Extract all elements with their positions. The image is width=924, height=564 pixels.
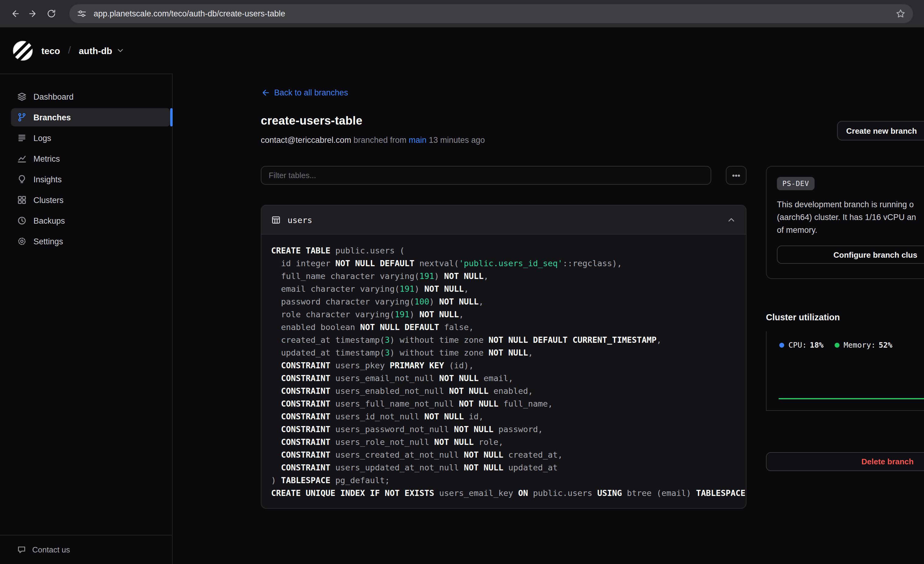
sql-line: CONSTRAINT users_updated_at_not_null NOT… [271,461,736,474]
table-card-header[interactable]: users [261,206,746,235]
breadcrumb-separator: / [68,44,71,57]
sql-line: CONSTRAINT users_role_not_null NOT NULL … [271,436,736,448]
insights-icon [17,174,27,184]
browser-back-button[interactable] [6,5,23,22]
sidebar: DashboardBranchesLogsMetricsInsightsClus… [0,74,172,564]
contact-us-label: Contact us [32,545,70,554]
arrow-right-icon [28,9,38,19]
app-header: teco / auth-db [0,27,924,74]
dashboard-icon [17,92,27,102]
sql-line: enabled boolean NOT NULL DEFAULT false, [271,321,736,334]
more-options-button[interactable] [726,166,747,185]
sidebar-item-settings[interactable]: Settings [11,232,170,250]
sidebar-item-logs[interactable]: Logs [11,129,170,147]
settings-icon [17,236,27,246]
sql-line: full_name character varying(191) NOT NUL… [271,270,736,283]
database-switcher[interactable]: auth-db [79,45,124,56]
sidebar-item-label: Insights [33,175,62,184]
memory-label: Memory: [843,340,875,350]
cluster-info-card: PS-DEV This development branch is runnin… [766,166,924,279]
sql-line: CONSTRAINT users_id_not_null NOT NULL id… [271,410,736,423]
sql-line: CREATE TABLE public.users ( [271,244,736,257]
browser-chrome: app.planetscale.com/teco/auth-db/create-… [0,0,924,27]
planetscale-logo[interactable] [12,40,33,61]
sidebar-item-label: Metrics [33,154,60,163]
sql-line: created_at timestamp(3) without time zon… [271,334,736,346]
cpu-label: CPU: [789,340,807,350]
parent-branch-link[interactable]: main [409,135,427,145]
branch-time: 13 minutes ago [429,135,485,145]
back-link-label: Back to all branches [274,88,348,97]
cpu-legend-item: CPU: 18% [779,340,824,350]
sidebar-item-insights[interactable]: Insights [11,170,170,188]
memory-value: 52% [879,340,892,350]
memory-legend-item: Memory: 52% [834,340,892,350]
url-bar[interactable]: app.planetscale.com/teco/auth-db/create-… [69,4,913,23]
browser-forward-button[interactable] [24,5,41,22]
arrow-left-icon [9,9,20,19]
sql-line: role character varying(191) NOT NULL, [271,308,736,321]
table-name: users [288,215,312,225]
sidebar-item-backups[interactable]: Backups [11,212,170,230]
sql-line: CONSTRAINT users_password_not_null NOT N… [271,423,736,436]
sidebar-item-metrics[interactable]: Metrics [11,150,170,168]
url-text: app.planetscale.com/teco/auth-db/create-… [94,9,285,18]
bookmark-star-icon[interactable] [896,9,906,19]
cpu-dot-icon [779,342,784,347]
sidebar-item-branches[interactable]: Branches [11,108,170,126]
sql-line: CONSTRAINT users_pkey PRIMARY KEY (id), [271,359,736,372]
breadcrumb-database: auth-db [79,45,112,56]
sidebar-item-clusters[interactable]: Clusters [11,191,170,209]
sidebar-active-indicator [170,108,172,126]
sidebar-item-label: Dashboard [33,92,74,101]
delete-branch-button[interactable]: Delete branch [766,452,924,471]
utilization-chart: CPU: 18% Memory: 52% [766,331,924,411]
backups-icon [17,216,27,225]
table-icon [271,215,281,225]
cpu-value: 18% [810,340,824,350]
sql-line: id integer NOT NULL DEFAULT nextval('pub… [271,257,736,270]
branch-description-line: This development branch is running o [777,198,924,211]
back-to-branches-link[interactable]: Back to all branches [261,88,348,97]
sql-line: updated_at timestamp(3) without time zon… [271,346,736,359]
logs-icon [17,133,27,143]
configure-branch-cluster-button[interactable]: Configure branch clus [777,246,924,264]
ellipsis-icon [731,171,741,180]
branch-byline: contact@tericcabrel.com branched from ma… [261,135,485,145]
filter-tables-input[interactable] [261,166,711,185]
back-arrow-icon [261,88,270,97]
chevron-down-icon [116,46,124,55]
branch-author: contact@tericcabrel.com [261,135,351,145]
branch-action: branched from [354,135,406,145]
chart-legend: CPU: 18% Memory: 52% [779,340,924,350]
sql-line: ) TABLESPACE pg_default; [271,474,736,487]
branches-icon [17,112,27,122]
browser-reload-button[interactable] [42,5,60,22]
chevron-up-icon[interactable] [726,215,736,225]
sidebar-item-dashboard[interactable]: Dashboard [11,87,170,106]
sql-line: password character varying(100) NOT NULL… [271,296,736,308]
memory-usage-line [779,398,924,399]
sql-code: CREATE TABLE public.users ( id integer N… [261,235,746,509]
create-new-branch-button[interactable]: Create new branch [837,121,924,140]
sidebar-item-label: Logs [33,134,51,142]
page-title: create-users-table [261,114,363,128]
sidebar-item-label: Backups [33,216,65,225]
chat-bubble-icon [17,545,26,554]
branch-description-line: (aarch64) cluster. It has 1/16 vCPU an [777,211,924,224]
sidebar-item-label: Clusters [33,195,63,204]
sidebar-item-label: Branches [33,113,71,122]
sidebar-nav: DashboardBranchesLogsMetricsInsightsClus… [0,74,172,250]
sql-line: CONSTRAINT users_enabled_not_null NOT NU… [271,385,736,398]
clusters-icon [17,195,27,205]
site-settings-icon[interactable] [76,9,87,19]
branch-description: This development branch is running o(aar… [777,198,924,236]
contact-us-button[interactable]: Contact us [0,535,172,564]
breadcrumb-org[interactable]: teco [41,45,60,56]
memory-dot-icon [834,342,839,347]
sql-line: CREATE UNIQUE INDEX IF NOT EXISTS users_… [271,487,736,500]
sidebar-item-label: Settings [33,237,63,246]
metrics-icon [17,154,27,164]
sql-line: email character varying(191) NOT NULL, [271,283,736,296]
reload-icon [46,9,56,19]
